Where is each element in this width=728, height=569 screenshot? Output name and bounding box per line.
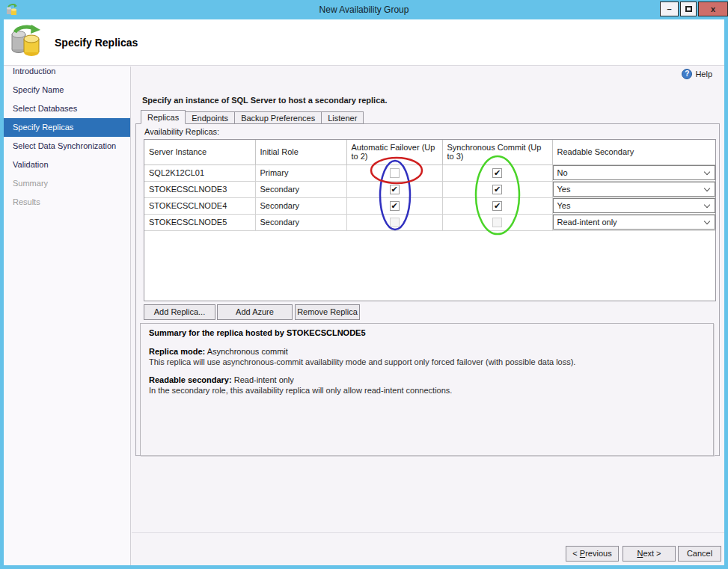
chevron-down-icon — [704, 168, 710, 174]
maximize-button[interactable] — [680, 1, 697, 16]
automatic-failover-checkbox[interactable] — [390, 218, 400, 227]
col-readable-secondary: Readable Secondary — [552, 140, 715, 164]
instruction-text: Specify an instance of SQL Server to hos… — [142, 96, 387, 105]
tab-strip: Replicas Endpoints Backup Preferences Li… — [141, 110, 364, 124]
automatic-failover-checkbox[interactable]: ✔ — [390, 201, 400, 211]
initial-role-cell: Primary — [255, 164, 346, 181]
replica-mode-line: Replica mode: Asynchronous commit — [149, 347, 288, 356]
tab-replicas[interactable]: Replicas — [141, 110, 186, 124]
help-link[interactable]: ? Help — [682, 69, 712, 79]
col-server-instance: Server Instance — [144, 140, 255, 164]
readable-secondary-value: Read-intent only — [232, 375, 294, 384]
maximize-icon — [685, 6, 692, 12]
server-instance-cell: STOKECSCLNODE4 — [144, 197, 255, 214]
initial-role-cell: Secondary — [255, 197, 346, 214]
footer-divider — [132, 532, 724, 533]
summary-title: Summary for the replica hosted by STOKEC… — [149, 328, 366, 337]
col-synchronous-commit: Synchronous Commit (Up to 3) — [442, 140, 552, 164]
initial-role-cell: Secondary — [255, 181, 346, 197]
wizard-content: ? Help Specify an instance of SQL Server… — [132, 67, 724, 565]
col-automatic-failover: Automatic Failover (Up to 2) — [346, 140, 442, 164]
previous-button[interactable]: < Previous — [566, 546, 619, 562]
initial-role-cell: Secondary — [255, 214, 346, 230]
close-icon: x — [711, 4, 715, 13]
minimize-button[interactable]: – — [660, 1, 679, 16]
minimize-icon: – — [667, 4, 671, 13]
tab-backup-preferences[interactable]: Backup Preferences — [235, 111, 322, 124]
remove-replica-button[interactable]: Remove Replica — [295, 304, 360, 320]
readable-secondary-dropdown[interactable]: Yes — [553, 182, 716, 197]
page-title: Specify Replicas — [55, 37, 138, 49]
sidebar-item-select-databases[interactable]: Select Databases — [4, 99, 130, 118]
sidebar-item-specify-name[interactable]: Specify Name — [4, 81, 130, 99]
help-icon: ? — [682, 69, 692, 79]
sidebar-item-introduction[interactable]: Introduction — [4, 62, 130, 81]
replicas-database-icon — [9, 25, 43, 58]
cancel-button[interactable]: Cancel — [678, 546, 721, 562]
chevron-down-icon — [704, 201, 710, 207]
app-icon — [6, 4, 18, 16]
availability-replicas-grid: Server Instance Initial Role Automatic F… — [144, 139, 716, 301]
add-azure-replica-button[interactable]: Add Azure Replica... — [217, 304, 293, 320]
replica-mode-value: Asynchronous commit — [205, 347, 288, 356]
replica-summary-panel: Summary for the replica hosted by STOKEC… — [140, 323, 714, 456]
readable-secondary-dropdown[interactable]: No — [553, 165, 716, 180]
readable-secondary-dropdown[interactable]: Read-intent only — [553, 215, 716, 230]
tab-endpoints[interactable]: Endpoints — [186, 111, 235, 124]
sidebar-item-specify-replicas[interactable]: Specify Replicas — [4, 118, 130, 137]
add-replica-button[interactable]: Add Replica... — [144, 304, 215, 320]
synchronous-commit-checkbox[interactable]: ✔ — [492, 201, 502, 211]
sidebar-item-validation[interactable]: Validation — [4, 156, 130, 174]
table-row: SQL2K12CL01 Primary ✔ No — [144, 164, 715, 181]
next-button[interactable]: Next > — [623, 546, 676, 562]
readable-secondary-description: In the secondary role, this availability… — [149, 386, 452, 395]
server-instance-cell: STOKECSCLNODE5 — [144, 214, 255, 230]
synchronous-commit-checkbox[interactable] — [492, 218, 502, 227]
server-instance-cell: SQL2K12CL01 — [144, 164, 255, 181]
table-row: STOKECSCLNODE4 Secondary ✔ ✔ Yes — [144, 197, 715, 214]
close-button[interactable]: x — [698, 1, 728, 16]
automatic-failover-checkbox[interactable] — [390, 168, 400, 178]
wizard-steps-sidebar: Introduction Specify Name Select Databas… — [4, 67, 131, 565]
automatic-failover-checkbox[interactable]: ✔ — [390, 185, 400, 194]
replica-mode-description: This replica will use asynchronous-commi… — [149, 357, 575, 366]
wizard-window: New Availability Group – x — [0, 0, 728, 569]
readable-secondary-dropdown[interactable]: Yes — [553, 198, 716, 213]
tab-listener[interactable]: Listener — [322, 111, 364, 124]
chevron-down-icon — [704, 185, 710, 191]
col-initial-role: Initial Role — [255, 140, 346, 164]
replica-mode-label: Replica mode: — [149, 347, 205, 356]
readable-secondary-label: Readable secondary: — [149, 375, 232, 384]
replicas-tab-panel: Availability Replicas: Server Instance I… — [135, 123, 720, 456]
table-header-row: Server Instance Initial Role Automatic F… — [144, 140, 715, 164]
server-instance-cell: STOKECSCLNODE3 — [144, 181, 255, 197]
sidebar-item-summary: Summary — [4, 174, 130, 193]
window-title: New Availability Group — [0, 4, 728, 15]
synchronous-commit-checkbox[interactable]: ✔ — [492, 168, 502, 178]
help-label: Help — [695, 70, 712, 79]
table-row: STOKECSCLNODE5 Secondary Read-intent onl… — [144, 214, 715, 230]
sidebar-item-results: Results — [4, 193, 130, 212]
sidebar-item-select-data-synchronization[interactable]: Select Data Synchronization — [4, 137, 130, 156]
chevron-down-icon — [704, 218, 710, 224]
readable-secondary-line: Readable secondary: Read-intent only — [149, 375, 294, 384]
synchronous-commit-checkbox[interactable]: ✔ — [492, 185, 502, 194]
grid-label: Availability Replicas: — [144, 127, 219, 136]
table-row: STOKECSCLNODE3 Secondary ✔ ✔ Yes — [144, 181, 715, 197]
title-bar[interactable]: New Availability Group – x — [0, 0, 728, 19]
wizard-header: Specify Replicas — [4, 19, 724, 66]
